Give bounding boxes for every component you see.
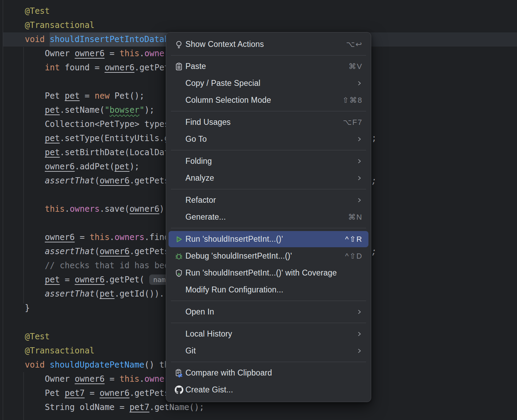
debug-icon: [174, 252, 183, 261]
code-line: }: [25, 301, 30, 315]
menu-item-find-usages[interactable]: Find Usages⌥F7: [166, 114, 371, 131]
menu-item-shortcut: ⌥↩: [346, 40, 363, 49]
menu-item-label: Folding: [185, 157, 357, 166]
menu-item-label: Copy / Paste Special: [185, 79, 357, 88]
menu-item-analyze[interactable]: Analyze: [166, 170, 371, 187]
menu-separator: [171, 228, 366, 228]
menu-item-shortcut: ⇧⌘8: [342, 96, 363, 105]
code-semicolon: ;: [372, 244, 376, 259]
menu-item-git[interactable]: Git: [166, 342, 371, 359]
menu-item-refactor[interactable]: Refactor: [166, 192, 371, 209]
menu-item-label: Run 'shouldInsertPetInt...()': [185, 234, 345, 244]
no-icon: [174, 79, 183, 88]
no-icon: [174, 308, 183, 317]
menu-item-label: Column Selection Mode: [185, 96, 342, 105]
code-line: @Transactional: [25, 18, 94, 32]
menu-item-column-selection-mode[interactable]: Column Selection Mode⇧⌘8: [166, 92, 371, 109]
menu-item-shortcut: ⌘N: [348, 213, 363, 222]
no-icon: [174, 330, 183, 339]
code-line: pet.setName("bowser");: [45, 103, 154, 117]
menu-item-debug-shouldinsertpetint[interactable]: Debug 'shouldInsertPetInt...()'^⇧D: [166, 248, 371, 264]
menu-item-label: Show Context Actions: [185, 40, 346, 49]
menu-item-compare-with-clipboard[interactable]: Compare with Clipboard: [166, 364, 371, 381]
menu-item-run-shouldinsertpetint-with-coverage[interactable]: Run 'shouldInsertPetInt...()' with Cover…: [166, 264, 371, 281]
menu-item-generate[interactable]: Generate...⌘N: [166, 209, 371, 226]
no-icon: [174, 118, 183, 127]
code-line: @Test: [25, 330, 50, 344]
no-icon: [174, 286, 183, 294]
code-line: int found = owner6.getPets: [45, 61, 174, 75]
menu-item-label: Analyze: [185, 173, 357, 183]
submenu-chevron-icon: [357, 176, 362, 181]
context-menu: Show Context Actions⌥↩Paste⌘VCopy / Past…: [166, 32, 371, 402]
menu-item-shortcut: ⌥F7: [343, 118, 363, 127]
menu-item-folding[interactable]: Folding: [166, 153, 371, 170]
code-line: this.owners.save(owner6): [45, 202, 164, 216]
menu-separator: [171, 150, 366, 150]
menu-item-paste[interactable]: Paste⌘V: [166, 58, 371, 75]
lightbulb-icon: [174, 40, 183, 49]
code-line: assertThat(pet.getId()).: [45, 287, 164, 301]
submenu-chevron-icon: [357, 331, 362, 337]
code-line: assertThat(owner6.getPets: [45, 174, 169, 188]
menu-item-label: Modify Run Configuration...: [185, 285, 363, 294]
menu-item-label: Create Gist...: [185, 385, 363, 394]
menu-item-shortcut: ⌘V: [348, 62, 363, 71]
menu-separator: [171, 111, 366, 111]
code-line: @Transactional: [25, 344, 94, 358]
code-line: @Test: [25, 4, 50, 18]
menu-item-shortcut: ^⇧D: [345, 252, 363, 261]
submenu-chevron-icon: [357, 159, 362, 164]
code-semicolon: ;: [372, 131, 376, 146]
menu-item-label: Git: [185, 346, 357, 356]
menu-item-label: Paste: [185, 62, 348, 71]
code-line: owner6.addPet(pet);: [45, 160, 140, 174]
ide-screenshot: { "editor": { "colors": { "background": …: [0, 0, 517, 420]
no-icon: [174, 347, 183, 356]
menu-item-modify-run-configuration[interactable]: Modify Run Configuration...: [166, 281, 371, 298]
github-icon: [174, 386, 183, 394]
code-line: Owner owner6 = this.owners: [45, 47, 174, 61]
submenu-chevron-icon: [357, 81, 362, 86]
menu-separator: [171, 301, 366, 301]
menu-item-label: Find Usages: [185, 118, 343, 127]
menu-separator: [171, 189, 366, 189]
run-icon: [174, 235, 183, 244]
code-line: owner6 = this.owners.find: [45, 230, 169, 244]
menu-item-label: Run 'shouldInsertPetInt...()' with Cover…: [185, 268, 363, 278]
code-line: assertThat(owner6.getPets: [45, 244, 169, 259]
no-icon: [174, 196, 183, 205]
menu-separator: [171, 323, 366, 323]
code-line: Pet pet = new Pet();: [45, 89, 144, 103]
menu-item-run-shouldinsertpetint[interactable]: Run 'shouldInsertPetInt...()'^⇧R: [166, 231, 371, 248]
menu-item-open-in[interactable]: Open In: [166, 303, 371, 320]
menu-item-label: Local History: [185, 329, 357, 339]
paste-icon: [174, 62, 183, 71]
menu-separator: [171, 55, 366, 56]
code-line: pet.setType(EntityUtils.get: [45, 131, 179, 146]
submenu-chevron-icon: [357, 137, 362, 142]
submenu-chevron-icon: [357, 198, 362, 203]
compare-clipboard-icon: [174, 369, 183, 378]
menu-item-local-history[interactable]: Local History: [166, 326, 371, 342]
menu-item-show-context-actions[interactable]: Show Context Actions⌥↩: [166, 36, 371, 53]
submenu-chevron-icon: [357, 309, 362, 314]
menu-item-label: Debug 'shouldInsertPetInt...()': [185, 251, 345, 261]
menu-item-label: Compare with Clipboard: [185, 368, 363, 378]
no-icon: [174, 174, 183, 183]
menu-item-label: Open In: [185, 307, 357, 317]
no-icon: [174, 96, 183, 105]
code-line: Collection<PetType> types: [45, 117, 169, 131]
code-line: void shouldUpdatePetName() th: [25, 358, 169, 372]
code-line: Owner owner6 = this.owners: [45, 372, 174, 386]
code-semicolon: ;: [372, 174, 376, 188]
coverage-icon: [174, 269, 183, 278]
no-icon: [174, 157, 183, 166]
menu-item-create-gist[interactable]: Create Gist...: [166, 381, 371, 398]
menu-item-go-to[interactable]: Go To: [166, 131, 371, 148]
no-icon: [174, 135, 183, 144]
menu-item-label: Go To: [185, 134, 357, 144]
code-line: // checks that id has bee: [45, 259, 169, 273]
code-line: void shouldInsertPetIntoDatab: [25, 32, 169, 47]
menu-item-copy-paste-special[interactable]: Copy / Paste Special: [166, 75, 371, 92]
